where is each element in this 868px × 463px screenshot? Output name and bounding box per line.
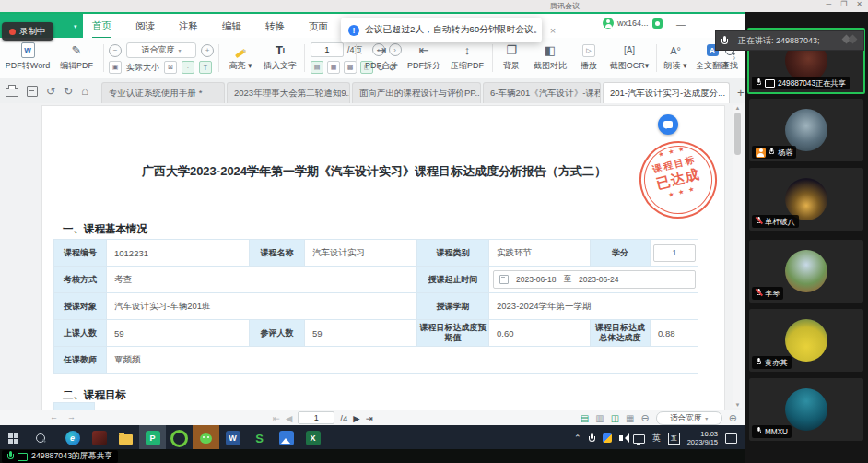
participant-tile[interactable]: MMXU — [749, 378, 863, 441]
taskbar-wechat[interactable] — [193, 425, 219, 451]
notification-center-icon[interactable] — [725, 433, 737, 444]
highlight-button[interactable]: 高亮 ▾ — [224, 42, 257, 72]
home-icon[interactable]: ⌂ — [81, 84, 88, 98]
menu-tab-page[interactable]: 页面 — [309, 14, 328, 38]
participant-tile[interactable]: 单杆破八 — [749, 168, 863, 231]
tray-mic-icon[interactable] — [589, 430, 595, 446]
zoom-out-icon[interactable]: ⊖ — [641, 412, 650, 424]
status-zoom-select[interactable]: 适合宽度▾ — [656, 411, 722, 425]
table-value: 1012231 — [107, 240, 250, 267]
undo-icon[interactable]: ↺ — [46, 85, 55, 98]
doc-tab[interactable]: 专业认证系统使用手册 * — [101, 82, 225, 103]
background-button[interactable]: ❐ 背景 — [496, 42, 527, 72]
book-view-icon[interactable]: ▦ — [626, 413, 634, 423]
compress-pdf-button[interactable]: ↕ 压缩PDF — [446, 42, 488, 72]
taskbar-search-button[interactable] — [27, 425, 53, 451]
close-icon[interactable]: ✕ — [856, 0, 862, 8]
scroll-thumb[interactable] — [734, 113, 741, 155]
table-value: 实践环节 — [489, 240, 591, 267]
continuous-view-icon[interactable]: ▥ — [595, 413, 604, 423]
menu-tab-convert[interactable]: 转换 — [265, 14, 285, 38]
speaker-icon[interactable] — [619, 435, 623, 441]
record-dot-icon — [9, 29, 16, 35]
fit-visible-icon[interactable]: · — [182, 61, 194, 74]
ime-indicator[interactable]: 英 — [652, 433, 661, 445]
taskbar-explorer[interactable] — [112, 425, 139, 451]
screenshot-compare-button[interactable]: ◧ 截图对比 — [529, 42, 571, 72]
start-button[interactable] — [0, 425, 27, 451]
actual-size-button[interactable]: 实际大小 — [126, 62, 159, 74]
scroll-down-icon[interactable]: ▼ — [735, 402, 741, 408]
menu-tab-edit[interactable]: 编辑 — [222, 14, 241, 38]
insert-text-button[interactable]: TI 插入文字 — [260, 42, 300, 72]
read-aloud-button[interactable]: A° 朗读 ▾ — [660, 42, 691, 72]
print-icon[interactable] — [6, 88, 18, 97]
participant-tile[interactable]: 黄亦其 — [749, 309, 863, 372]
taskbar-word[interactable]: W — [219, 425, 246, 451]
taskbar-excel[interactable]: X — [299, 425, 326, 451]
doc-tab[interactable]: 面向产出的课程设计与评价PP... — [352, 82, 481, 103]
first-page-icon[interactable]: ⇤ — [273, 413, 280, 423]
pdf-split-button[interactable]: ⇤ PDF拆分 — [404, 42, 444, 72]
fit-width-icon[interactable]: ⊠ — [164, 61, 177, 74]
tray-expand-icon[interactable]: ⌃ — [574, 433, 581, 443]
menu-tab-read[interactable]: 阅读 — [135, 14, 155, 38]
service-badge-icon[interactable] — [652, 18, 663, 29]
last-page-icon[interactable]: ⇥ — [366, 413, 373, 423]
doc-tab[interactable]: 6-车辆201《汽车设计》-课程... — [483, 82, 601, 103]
single-view-icon[interactable]: ▤ — [581, 413, 589, 423]
toast-close-icon[interactable]: × — [550, 25, 556, 36]
prev-page-icon[interactable]: ◀ — [286, 413, 292, 423]
minimize-icon[interactable]: ─ — [826, 0, 831, 8]
assistant-floating-button[interactable] — [658, 114, 678, 135]
play-button[interactable]: ▷ 播放 — [573, 42, 604, 72]
page-number-input[interactable]: 1 — [311, 42, 344, 57]
save-icon[interactable] — [27, 86, 38, 97]
single-page-icon[interactable]: ▤ — [311, 61, 323, 74]
display-icon[interactable] — [633, 434, 645, 444]
menu-tab-home[interactable]: 首页 — [92, 13, 111, 39]
ime-mode-box[interactable]: 五 — [668, 433, 680, 445]
zoom-mode-select[interactable]: 适合宽度▾ — [126, 42, 196, 58]
scroll-up-icon[interactable]: ▲ — [735, 105, 741, 111]
zoom-in-icon[interactable]: + — [201, 44, 214, 57]
new-tab-icon[interactable]: + — [737, 86, 745, 100]
doc-tab-active[interactable]: 201-汽车设计实习-达成度分... — [603, 82, 730, 103]
pdf-account[interactable]: wx164... — [603, 18, 663, 29]
vertical-scrollbar[interactable]: ▲ ▼ — [733, 105, 742, 408]
tray-color-icon[interactable] — [603, 433, 612, 443]
taskbar-meeting-app[interactable] — [273, 425, 299, 451]
taskbar-photos[interactable] — [86, 425, 112, 451]
status-page-input[interactable]: 1 — [298, 411, 334, 424]
text-mode-icon[interactable]: T — [199, 61, 212, 74]
credit-input[interactable]: 1 — [653, 244, 696, 262]
screenshot-ocr-button[interactable]: [A] 截图OCR▾ — [606, 42, 652, 72]
participant-tile[interactable]: 杨蓉 — [749, 99, 863, 161]
speaking-banner: 正在讲话: 249887043; — [715, 30, 864, 51]
participant-tile[interactable]: 李琴 — [749, 240, 863, 303]
next-page-icon[interactable]: ▶ — [353, 413, 359, 423]
taskbar-clock[interactable]: 16:032023/9/15 — [687, 430, 718, 447]
double-page-icon[interactable]: ▦ — [327, 61, 340, 74]
next-view-icon[interactable]: → — [67, 412, 76, 421]
pdf-minimize-icon[interactable]: — — [676, 19, 686, 30]
pdf-to-word-button[interactable]: W PDF转Word — [4, 42, 52, 72]
fit-page-icon[interactable]: ▣ — [109, 61, 122, 74]
ribbon-expand-icon[interactable]: › — [733, 53, 735, 63]
menu-tab-annotate[interactable]: 注释 — [179, 14, 198, 38]
doc-tab[interactable]: 2023年理事大会第二轮通知9... — [227, 82, 350, 103]
facing-view-icon[interactable]: ◫ — [611, 413, 619, 423]
taskbar-s-app[interactable]: S — [246, 425, 273, 451]
edit-pdf-button[interactable]: ✎ 编辑PDF — [53, 42, 100, 72]
taskbar-edge[interactable]: e — [59, 425, 86, 451]
grid-view-icon[interactable]: ▩ — [344, 61, 357, 74]
date-range-input[interactable]: 2023-06-18 至 2023-06-24 — [493, 270, 696, 289]
zoom-out-icon[interactable]: − — [109, 44, 122, 57]
redo-icon[interactable]: ↻ — [64, 85, 73, 98]
taskbar-pdf-editor[interactable]: P — [139, 425, 166, 451]
zoom-in-icon[interactable]: ⊕ — [729, 412, 737, 424]
taskbar-green-app[interactable] — [166, 425, 193, 451]
prev-view-icon[interactable]: ← — [50, 412, 58, 421]
maximize-icon[interactable]: ❐ — [840, 0, 847, 8]
pdf-merge-button[interactable]: ⇥ PDF合并 — [361, 42, 402, 72]
